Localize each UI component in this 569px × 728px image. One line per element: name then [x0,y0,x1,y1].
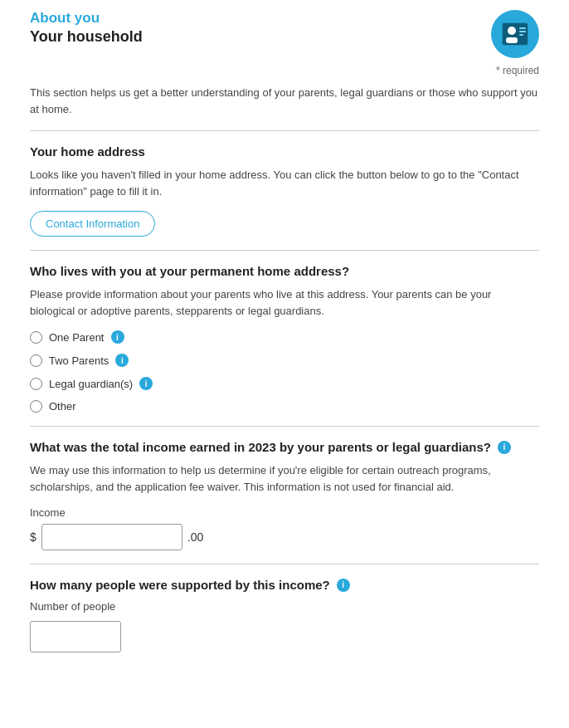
info-badge-two-parents[interactable]: i [115,354,129,367]
radio-two-parents[interactable] [30,354,42,367]
home-address-body: Looks like you haven't filled in your ho… [30,167,539,199]
divider-4 [30,564,539,564]
radio-item-other[interactable]: Other [30,400,539,413]
svg-rect-3 [506,37,518,43]
number-of-people-input[interactable] [30,621,121,652]
svg-rect-6 [519,34,523,36]
income-description: We may use this information to help us d… [30,462,539,495]
decimal-suffix: .00 [187,530,203,544]
radio-label-other: Other [49,400,76,413]
your-household-label: Your household [30,28,143,46]
about-you-label: About you [30,10,143,27]
info-badge-one-parent[interactable]: i [111,330,124,344]
income-question: What was the total income earned in 2023… [30,440,539,454]
income-input-row: $ .00 [30,524,539,550]
info-badge-income[interactable]: i [498,441,511,454]
divider-2 [30,250,539,251]
radio-label-two-parents: Two Parents [49,354,109,367]
home-address-section: Your home address Looks like you haven't… [30,144,539,237]
radio-item-two-parents[interactable]: Two Parents i [30,354,539,367]
who-lives-question: Who lives with you at your permanent hom… [30,264,539,278]
svg-point-2 [508,27,516,35]
info-badge-legal-guardian[interactable]: i [139,377,153,390]
svg-rect-5 [519,31,526,32]
avatar-icon [491,10,539,58]
income-section: What was the total income earned in 2023… [30,440,539,550]
divider-1 [30,130,539,131]
radio-item-legal-guardian[interactable]: Legal guardian(s) i [30,377,539,390]
income-input-section: Income $ .00 [30,506,539,550]
section-description: This section helps us get a better under… [30,85,539,117]
header-titles: About you Your household [30,10,143,46]
header-section: About you Your household [30,10,539,58]
divider-3 [30,426,539,427]
home-address-title: Your home address [30,144,539,159]
income-label: Income [30,506,539,519]
who-lives-section: Who lives with you at your permanent hom… [30,264,539,413]
info-badge-number-of-people[interactable]: i [337,579,350,592]
income-input[interactable] [41,524,182,550]
contact-information-button[interactable]: Contact Information [30,211,155,237]
radio-label-legal-guardian: Legal guardian(s) [49,378,133,390]
radio-other[interactable] [30,400,42,413]
who-lives-radio-group: One Parent i Two Parents i Legal guardia… [30,330,539,413]
radio-legal-guardian[interactable] [30,378,42,390]
radio-label-one-parent: One Parent [49,331,105,344]
required-note: * required [30,65,539,76]
radio-item-one-parent[interactable]: One Parent i [30,330,539,344]
dollar-sign: $ [30,530,36,544]
number-of-people-section: How many people were supported by this i… [30,578,539,652]
avatar-svg [500,19,530,49]
number-of-people-label: Number of people [30,600,539,613]
svg-rect-4 [519,27,526,29]
page-wrapper: About you Your household * required This… [0,0,569,682]
number-of-people-question: How many people were supported by this i… [30,578,539,592]
who-lives-description: Please provide information about your pa… [30,286,539,319]
radio-one-parent[interactable] [30,331,42,344]
